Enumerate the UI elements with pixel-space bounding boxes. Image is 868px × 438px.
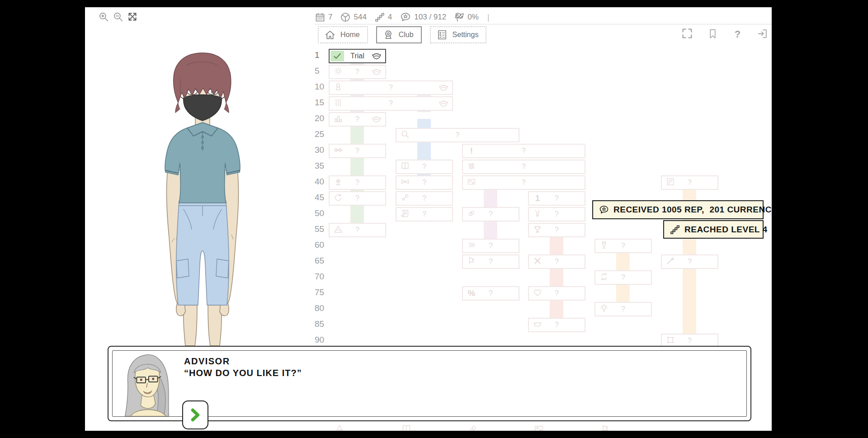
fullscreen-icon: [681, 27, 693, 40]
tab-home[interactable]: Home: [318, 26, 368, 43]
skill-node-unknown-label: ?: [529, 289, 585, 297]
mountain-icon: [334, 424, 345, 431]
stats-divider: |: [487, 12, 490, 22]
tab-club[interactable]: Club: [376, 26, 422, 43]
mask-icon: [372, 51, 382, 61]
skill-node-locked[interactable]: ?: [528, 318, 585, 332]
help-button[interactable]: ?: [732, 29, 743, 39]
next-button[interactable]: [182, 400, 208, 429]
skill-node-locked[interactable]: ?: [528, 207, 585, 221]
skill-node-locked[interactable]: ?: [396, 160, 453, 174]
skill-node-locked[interactable]: ?: [661, 175, 718, 190]
emblem-icon: [340, 12, 351, 23]
skill-node-unknown-label: ?: [662, 337, 717, 345]
zoom-in-button[interactable]: [98, 11, 109, 24]
skill-node-unknown-label: ?: [463, 258, 519, 266]
stat-progress-value: 0%: [467, 13, 479, 22]
skill-node-locked[interactable]: ?: [329, 223, 386, 237]
skill-node-unknown-label: ?: [330, 99, 452, 108]
skill-node-locked[interactable]: ?: [329, 112, 386, 127]
skill-node-unknown-label: ?: [529, 258, 585, 266]
notification-text: REACHED LEVEL 4: [684, 225, 767, 235]
skill-node-locked[interactable]: ?: [661, 254, 718, 269]
webcam-icon: [382, 29, 394, 41]
skill-node-locked[interactable]: ?: [462, 207, 519, 221]
partial-skill-icon: [600, 424, 611, 431]
header-divider: [315, 24, 772, 24]
skill-node-locked[interactable]: ?: [594, 302, 652, 316]
skill-node-locked[interactable]: ?: [462, 239, 519, 253]
bookmark-button[interactable]: [707, 28, 718, 41]
level-label: 70: [315, 272, 333, 282]
zoom-in-icon: [98, 11, 109, 23]
skill-node-locked[interactable]: ?: [329, 80, 453, 95]
mask-icon: [439, 83, 448, 93]
bookmark-icon: [707, 28, 718, 39]
exit-button[interactable]: [757, 28, 768, 41]
skill-node-locked[interactable]: ?: [329, 65, 386, 79]
skill-node-locked[interactable]: ?: [329, 175, 386, 190]
connector-band: [550, 230, 563, 325]
partial-skill-icon: [467, 424, 478, 431]
zoom-out-button[interactable]: [112, 11, 124, 24]
bubble-star-icon: [400, 11, 411, 23]
mask-icon: [372, 67, 382, 77]
skill-node-unknown-label: ?: [662, 179, 717, 187]
book-icon: [401, 424, 412, 431]
tab-club-label: Club: [399, 31, 414, 39]
stat-day-value: 7: [328, 13, 332, 22]
skill-node-locked[interactable]: ?: [396, 175, 453, 190]
skill-node-locked[interactable]: ?: [594, 239, 652, 253]
speaker-name: ADVISOR: [184, 356, 230, 367]
skill-node-trial[interactable]: Trial: [329, 49, 386, 63]
partial-skill-icon: [533, 424, 544, 431]
fit-view-button[interactable]: [127, 11, 138, 24]
skill-node-locked[interactable]: ! ?: [462, 144, 585, 158]
tab-settings[interactable]: Settings: [430, 26, 487, 43]
stat-level: 4: [374, 12, 392, 23]
skill-node-unknown-label: ?: [396, 179, 452, 187]
level-label: 50: [315, 208, 333, 218]
picture-icon: [533, 424, 544, 431]
zoom-out-icon: [112, 11, 124, 23]
skill-node-locked[interactable]: ?: [528, 254, 585, 269]
skill-node-locked[interactable]: ?: [396, 128, 519, 142]
game-stage: 75444103 / 9120%| HomeClubSettings ?: [0, 0, 868, 438]
skill-node-unknown-label: ?: [396, 210, 452, 218]
skill-node-locked[interactable]: 1 ?: [528, 191, 585, 206]
skill-node-locked[interactable]: ?: [594, 270, 652, 285]
level-label: 90: [315, 335, 333, 345]
skill-node-locked[interactable]: ?: [329, 96, 453, 111]
player-character-illustration: [148, 52, 270, 346]
skill-node-locked[interactable]: ?: [528, 286, 585, 301]
skill-node-unknown-label: ?: [330, 194, 385, 203]
skill-node-unknown-label: ?: [396, 163, 452, 171]
connector-band: [350, 119, 364, 230]
bubble-star-icon: [599, 204, 609, 215]
exit-icon: [757, 28, 768, 39]
tab-home-label: Home: [340, 31, 360, 39]
skill-node-locked[interactable]: ?: [329, 144, 386, 158]
skill-node-unknown-label: ?: [529, 226, 585, 234]
skill-node-locked[interactable]: ?: [528, 223, 585, 237]
skill-node-locked[interactable]: ?: [396, 191, 453, 206]
question-icon: ?: [732, 29, 743, 39]
level-label: 60: [315, 240, 333, 250]
mask-icon: [439, 99, 448, 108]
stat-reputation-value: 544: [354, 13, 366, 22]
level-label: 65: [315, 256, 333, 266]
advisor-portrait: [116, 352, 179, 416]
skill-node-locked[interactable]: % ?: [462, 286, 519, 301]
peanut-icon: [467, 424, 478, 431]
mask-icon: [372, 114, 382, 124]
skill-node-locked[interactable]: ?: [462, 254, 519, 269]
skill-node-unknown-label: ?: [330, 147, 385, 155]
skill-node-unknown-label: ?: [463, 242, 519, 250]
skill-node-locked[interactable]: ?: [462, 160, 585, 174]
skill-node-locked[interactable]: ?: [462, 175, 585, 190]
skill-node-locked[interactable]: ?: [329, 191, 386, 206]
nav-tabs: HomeClubSettings: [318, 26, 486, 43]
skill-node-locked[interactable]: ?: [396, 207, 453, 221]
fullscreen-button[interactable]: [681, 27, 693, 42]
skill-node-unknown-label: ?: [595, 273, 651, 282]
